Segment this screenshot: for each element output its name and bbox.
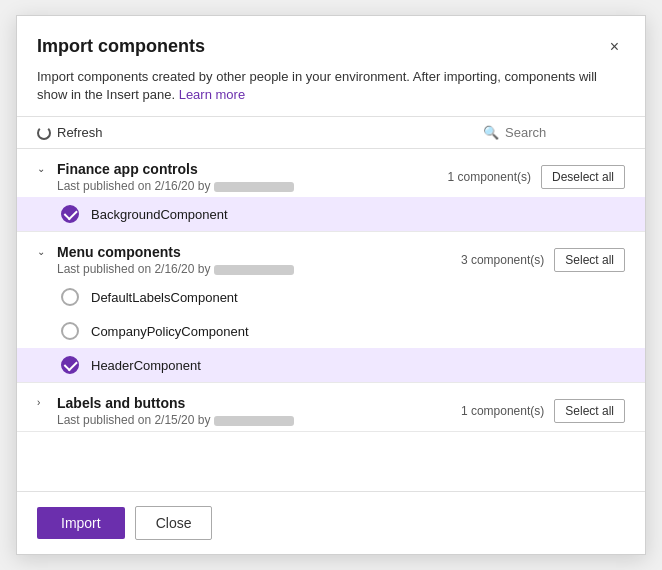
chevron-right-icon-labels[interactable]: › bbox=[37, 397, 49, 408]
section-finance: ⌄ Finance app controls Last published on… bbox=[17, 149, 645, 232]
checkbox-unchecked-icon bbox=[61, 288, 79, 306]
component-name: HeaderComponent bbox=[91, 358, 201, 373]
component-count-labels: 1 component(s) bbox=[461, 404, 544, 418]
dialog-title: Import components bbox=[37, 36, 205, 57]
component-item[interactable]: DefaultLabelsComponent bbox=[17, 280, 645, 314]
checkbox-checked-icon bbox=[61, 205, 79, 223]
select-all-button-labels[interactable]: Select all bbox=[554, 399, 625, 423]
component-name: CompanyPolicyComponent bbox=[91, 324, 249, 339]
author-blur-menu bbox=[214, 265, 294, 275]
section-subtitle-finance: Last published on 2/16/20 by bbox=[57, 179, 294, 193]
section-header-labels: › Labels and buttons Last published on 2… bbox=[17, 383, 645, 431]
component-count-menu: 3 component(s) bbox=[461, 253, 544, 267]
component-item[interactable]: CompanyPolicyComponent bbox=[17, 314, 645, 348]
section-header-menu: ⌄ Menu components Last published on 2/16… bbox=[17, 232, 645, 280]
section-title-menu: Menu components bbox=[57, 244, 294, 260]
refresh-label: Refresh bbox=[57, 125, 103, 140]
component-item[interactable]: BackgroundComponent bbox=[17, 197, 645, 231]
chevron-down-icon-menu[interactable]: ⌄ bbox=[37, 246, 49, 257]
section-title-labels: Labels and buttons bbox=[57, 395, 294, 411]
dialog-footer: Import Close bbox=[17, 491, 645, 554]
content-area: ⌄ Finance app controls Last published on… bbox=[17, 149, 645, 491]
section-menu: ⌄ Menu components Last published on 2/16… bbox=[17, 232, 645, 383]
dialog-description: Import components created by other peopl… bbox=[17, 68, 645, 116]
section-header-left: ⌄ Finance app controls Last published on… bbox=[37, 161, 294, 193]
section-header-finance: ⌄ Finance app controls Last published on… bbox=[17, 149, 645, 197]
section-header-right-menu: 3 component(s) Select all bbox=[461, 248, 625, 272]
checkbox-checked-icon bbox=[61, 356, 79, 374]
description-text: Import components created by other peopl… bbox=[37, 69, 597, 102]
select-all-button-menu[interactable]: Select all bbox=[554, 248, 625, 272]
component-name: BackgroundComponent bbox=[91, 207, 228, 222]
component-item[interactable]: HeaderComponent bbox=[17, 348, 645, 382]
chevron-down-icon[interactable]: ⌄ bbox=[37, 163, 49, 174]
import-components-dialog: Import components × Import components cr… bbox=[16, 15, 646, 555]
author-blur-labels bbox=[214, 416, 294, 426]
section-subtitle-labels: Last published on 2/15/20 by bbox=[57, 413, 294, 427]
search-box: 🔍 bbox=[483, 125, 625, 140]
section-title-finance: Finance app controls bbox=[57, 161, 294, 177]
checkbox-unchecked-icon bbox=[61, 322, 79, 340]
search-icon: 🔍 bbox=[483, 125, 499, 140]
section-header-right-finance: 1 component(s) Deselect all bbox=[448, 165, 625, 189]
author-blur bbox=[214, 182, 294, 192]
deselect-all-button-finance[interactable]: Deselect all bbox=[541, 165, 625, 189]
section-subtitle-menu: Last published on 2/16/20 by bbox=[57, 262, 294, 276]
component-name: DefaultLabelsComponent bbox=[91, 290, 238, 305]
toolbar: Refresh 🔍 bbox=[17, 116, 645, 149]
learn-more-link[interactable]: Learn more bbox=[179, 87, 245, 102]
close-footer-button[interactable]: Close bbox=[135, 506, 213, 540]
section-header-right-labels: 1 component(s) Select all bbox=[461, 399, 625, 423]
section-header-left-menu: ⌄ Menu components Last published on 2/16… bbox=[37, 244, 294, 276]
dialog-header: Import components × bbox=[17, 16, 645, 68]
refresh-button[interactable]: Refresh bbox=[37, 125, 103, 140]
refresh-icon bbox=[37, 126, 51, 140]
search-input[interactable] bbox=[505, 125, 625, 140]
section-header-left-labels: › Labels and buttons Last published on 2… bbox=[37, 395, 294, 427]
section-labels: › Labels and buttons Last published on 2… bbox=[17, 383, 645, 432]
import-button[interactable]: Import bbox=[37, 507, 125, 539]
close-icon[interactable]: × bbox=[604, 36, 625, 58]
component-count-finance: 1 component(s) bbox=[448, 170, 531, 184]
